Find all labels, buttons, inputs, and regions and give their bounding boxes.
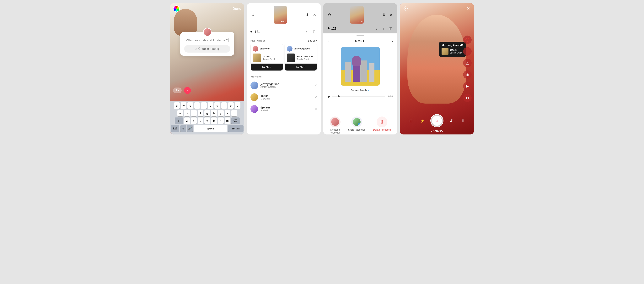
viewer-row-3: drellew Andrè L ✕ — [246, 103, 321, 115]
music-button[interactable]: ♪ — [184, 87, 191, 94]
p4-expand-icon[interactable]: ⊡ — [463, 93, 472, 102]
share-button[interactable]: ↑ — [305, 29, 308, 35]
p4-camera-inner: ♪ — [432, 116, 442, 126]
p3-delete-button[interactable]: 🗑 — [388, 26, 394, 32]
settings-button[interactable]: ⚙ — [250, 12, 256, 18]
key-t[interactable]: t — [201, 102, 207, 109]
message-action[interactable]: Messagechchoitoi — [330, 116, 340, 134]
key-return[interactable]: return — [228, 125, 244, 132]
key-z[interactable]: z — [184, 117, 190, 124]
user-avatar — [203, 28, 212, 36]
p4-nav-icon[interactable]: △ — [463, 59, 472, 67]
key-r[interactable]: r — [194, 102, 200, 109]
key-i[interactable]: i — [221, 102, 227, 109]
progress-bar-container: ▶ 0:00 — [328, 94, 393, 98]
share-response-action[interactable]: + Share Response — [348, 116, 366, 134]
p4-ban-icon[interactable]: 🚫 — [463, 36, 472, 44]
prev-button[interactable]: ‹ — [328, 39, 329, 44]
p4-camera-button[interactable]: ♪ — [430, 114, 444, 127]
question-text[interactable]: What song should I listen to? — [184, 38, 230, 43]
song-artist-1: Jaden Smith — [262, 58, 281, 61]
p3-share-button[interactable]: ↑ — [382, 26, 385, 32]
next-button[interactable]: › — [392, 39, 393, 44]
key-space[interactable]: space — [194, 125, 227, 132]
choose-song-button[interactable]: ♪ Choose a song — [184, 45, 230, 53]
key-g[interactable]: g — [204, 110, 210, 116]
key-d[interactable]: d — [191, 110, 197, 116]
key-w[interactable]: w — [181, 102, 186, 109]
reply-button-1[interactable]: Reply › — [251, 64, 283, 71]
key-j[interactable]: j — [218, 110, 224, 116]
key-delete[interactable]: ⌫ — [232, 117, 240, 124]
viewer-name-1: Jeffrey Gerson — [260, 86, 312, 88]
song-sticker[interactable]: Morning #mood? GOKU Jaden Smith — [439, 42, 466, 57]
progress-track[interactable] — [332, 96, 385, 97]
see-all-link[interactable]: See all › — [308, 39, 317, 42]
key-mic[interactable]: 🎤 — [187, 125, 193, 132]
key-m[interactable]: m — [225, 117, 230, 124]
play-button[interactable]: ▶ — [328, 94, 330, 98]
key-y[interactable]: y — [208, 102, 214, 109]
p3-download-button[interactable]: ⬇ — [382, 12, 386, 18]
text-style-button[interactable]: Aa — [173, 87, 182, 93]
p3-close-button[interactable]: ✕ — [389, 12, 394, 18]
delete-button[interactable]: 🗑 — [312, 29, 317, 35]
delete-response-action[interactable]: 🗑 Delete Response — [373, 116, 391, 134]
song-thumb-2 — [287, 54, 295, 62]
p4-bolt-icon[interactable]: ⚡ — [419, 117, 426, 125]
viewers-label: VIEWERS — [250, 75, 262, 78]
p4-circle-icon[interactable]: ◉ — [463, 70, 472, 79]
reply-button-2[interactable]: Reply › — [285, 64, 317, 71]
key-a[interactable]: a — [178, 110, 183, 116]
eye-icon: 👁 — [250, 30, 254, 34]
key-f[interactable]: f — [198, 110, 204, 116]
sticker-song-thumb — [442, 48, 448, 55]
p3-settings-button[interactable]: ⚙ — [327, 12, 332, 18]
key-u[interactable]: u — [214, 102, 220, 109]
key-v[interactable]: v — [204, 117, 210, 124]
viewer-close-2[interactable]: ✕ — [314, 95, 317, 99]
p3-save-button[interactable]: ↓ — [375, 26, 378, 32]
key-p[interactable]: p — [235, 102, 240, 109]
key-h[interactable]: h — [211, 110, 217, 116]
p3-story-thumbnail[interactable]: 👁 121 — [350, 6, 364, 24]
viewers-section: VIEWERS jeffreydgerson Jeffrey Gerson ✕ … — [246, 73, 321, 134]
key-emoji[interactable]: ☺ — [180, 125, 186, 132]
close-button[interactable]: ✕ — [312, 12, 317, 18]
song-modal-nav: ‹ GOKU › — [323, 36, 398, 45]
p4-header: ✕ — [400, 6, 474, 12]
key-x[interactable]: x — [191, 117, 197, 124]
key-s[interactable]: s — [184, 110, 190, 116]
key-n[interactable]: n — [218, 117, 224, 124]
done-button[interactable]: Done — [232, 7, 241, 11]
key-o[interactable]: o — [228, 102, 234, 109]
key-shift[interactable]: ⇧ — [175, 117, 183, 124]
key-k[interactable]: k — [225, 110, 230, 116]
share-avatar: + — [353, 118, 360, 126]
p4-settings-icon[interactable] — [403, 6, 408, 12]
key-c[interactable]: c — [198, 117, 204, 124]
p4-play-icon[interactable]: ▶ — [463, 82, 472, 90]
p4-equal-icon[interactable]: = — [463, 47, 472, 56]
response-song-1: GOKU Jaden Smith — [251, 53, 283, 64]
viewer-close-3[interactable]: ✕ — [314, 107, 317, 111]
key-numbers[interactable]: 123 — [171, 125, 179, 132]
p4-flip-icon[interactable]: ↺ — [447, 117, 455, 125]
key-q[interactable]: q — [174, 102, 180, 109]
song-progress: ▶ 0:00 — [323, 94, 398, 98]
story-thumbnail[interactable]: 👁121 — [274, 6, 287, 24]
message-action-icon — [330, 116, 340, 127]
panel-3-top: ⚙ 👁 121 ⬇ ✕ 👁 121 ↓ ↑ 🗑 — [323, 3, 398, 33]
key-b[interactable]: b — [211, 117, 217, 124]
p4-pause-icon[interactable]: ⏸ — [459, 117, 466, 125]
viewers-section-header: VIEWERS — [246, 73, 321, 80]
download-button[interactable]: ⬇ — [305, 12, 310, 18]
viewer-username-3: drellew — [260, 106, 312, 109]
p4-gallery-icon[interactable]: ⊞ — [407, 117, 415, 125]
key-l[interactable]: l — [232, 110, 237, 116]
viewer-close-1[interactable]: ✕ — [314, 84, 317, 87]
color-picker-icon[interactable] — [173, 6, 180, 12]
save-button[interactable]: ↓ — [298, 29, 302, 35]
p4-close-button[interactable]: ✕ — [466, 6, 471, 12]
key-e[interactable]: e — [188, 102, 193, 109]
